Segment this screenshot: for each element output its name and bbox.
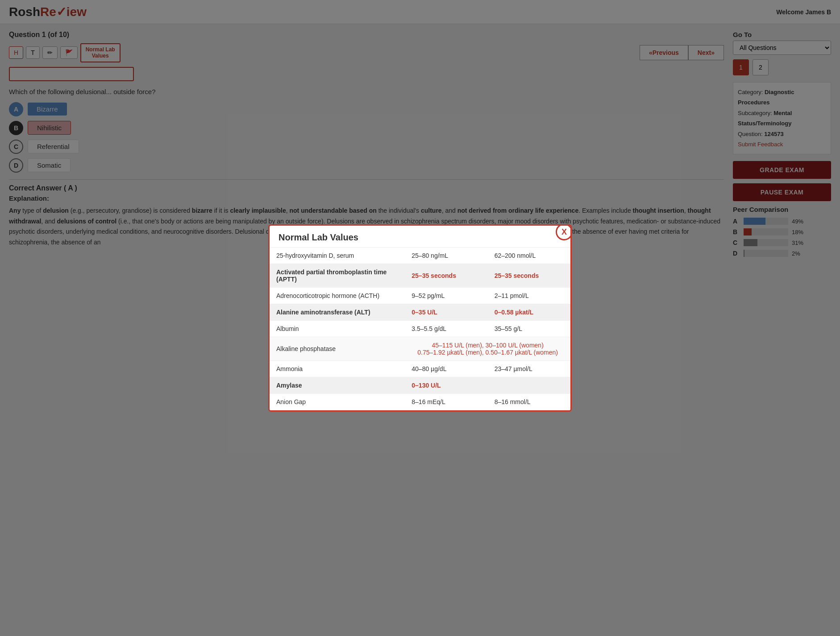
lab-table: 25-hydroxyvitamin D, serum 25–80 ng/mL 6… bbox=[270, 248, 570, 267]
lab-val2: 62–200 nmol/L bbox=[488, 248, 570, 264]
modal-overlay[interactable]: X Normal Lab Values 25-hydroxyvitamin D,… bbox=[0, 0, 840, 267]
lab-row-25hyd: 25-hydroxyvitamin D, serum 25–80 ng/mL 6… bbox=[270, 248, 570, 264]
lab-name: 25-hydroxyvitamin D, serum bbox=[270, 248, 405, 264]
lab-val2: 25–35 seconds bbox=[488, 264, 570, 268]
lab-row-aptt: Activated partial thromboplastin time (A… bbox=[270, 264, 570, 268]
normal-lab-values-modal: X Normal Lab Values 25-hydroxyvitamin D,… bbox=[268, 224, 572, 267]
modal-table-wrapper[interactable]: 25-hydroxyvitamin D, serum 25–80 ng/mL 6… bbox=[270, 248, 570, 267]
modal-title: Normal Lab Values bbox=[270, 226, 570, 248]
lab-name: Activated partial thromboplastin time (A… bbox=[270, 264, 405, 268]
lab-val1: 25–35 seconds bbox=[405, 264, 487, 268]
lab-val1: 25–80 ng/mL bbox=[405, 248, 487, 264]
modal-close-button[interactable]: X bbox=[556, 224, 572, 240]
